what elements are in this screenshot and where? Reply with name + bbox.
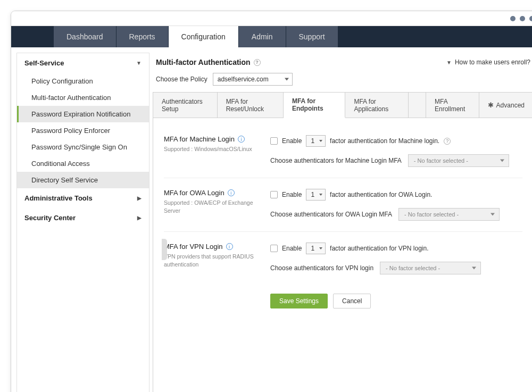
mfa-title-text: MFA for Machine Login	[164, 135, 235, 143]
enable-checkbox[interactable]	[270, 191, 278, 198]
factor-value: 1	[311, 191, 314, 198]
mfa-right: Enable 1 factor authentication for OWA L…	[270, 189, 522, 221]
sidebar-section-security-center[interactable]: Security Center ▶	[17, 208, 149, 228]
save-button[interactable]: Save Settings	[270, 294, 328, 308]
select-placeholder: - No factor selected -	[386, 265, 440, 271]
subtabs: Authenticators Setup MFA for Reset/Unloc…	[153, 92, 532, 118]
sidebar: Self-Service ▼ Policy Configuration Mult…	[16, 53, 149, 392]
info-icon[interactable]: i	[228, 189, 235, 196]
factor-value: 1	[311, 137, 314, 145]
choose-label: Choose authenticators for OWA Login MFA	[270, 211, 392, 218]
subtab-mfa-enrollment[interactable]: MFA Enrollment	[426, 93, 479, 118]
mfa-title: MFA for VPN Login i	[164, 243, 254, 251]
choose-label: Choose authenticators for VPN login	[270, 264, 373, 272]
tab-configuration[interactable]: Configuration	[169, 26, 239, 47]
subtab-spacer	[409, 93, 426, 118]
factor-count-select[interactable]: 1	[306, 135, 326, 147]
enable-checkbox[interactable]	[270, 137, 278, 145]
enable-checkbox[interactable]	[270, 245, 278, 252]
help-link-text: How to make users enroll?	[455, 59, 530, 66]
page-title: Multi-factor Authentication ?	[156, 58, 261, 66]
enable-row: Enable 1 factor authentication for OWA L…	[270, 189, 522, 201]
main: Multi-factor Authentication ? ▼ How to m…	[149, 53, 532, 392]
gear-icon: ✱	[488, 101, 494, 109]
chevron-right-icon: ▶	[137, 195, 142, 201]
mfa-subtitle: Supported : Windows/macOS/Linux	[164, 145, 254, 153]
mfa-subtitle: Supported : OWA/ECP of Exchange Server	[164, 199, 254, 214]
enable-label: Enable	[282, 245, 302, 252]
help-icon[interactable]: ?	[254, 59, 261, 66]
enable-suffix: factor authentication for OWA Login.	[330, 191, 432, 198]
choose-label: Choose authenticators for Machine Login …	[270, 157, 402, 164]
sidebar-item-password-expiration[interactable]: Password Expiration Notification	[17, 106, 149, 122]
sidebar-section-self-service[interactable]: Self-Service ▼	[17, 53, 149, 73]
authenticator-select[interactable]: - No factor selected -	[398, 208, 500, 221]
panel: MFA for Machine Login i Supported : Wind…	[153, 118, 532, 392]
sidebar-collapse-handle[interactable]	[162, 239, 167, 260]
enable-label: Enable	[282, 137, 302, 145]
info-icon[interactable]: i	[238, 136, 245, 143]
sidebar-item-policy-configuration[interactable]: Policy Configuration	[17, 73, 149, 89]
mfa-block-owa: MFA for OWA Login i Supported : OWA/ECP …	[164, 181, 522, 228]
subtab-mfa-applications[interactable]: MFA for Applications	[345, 93, 409, 118]
mfa-right: Enable 1 factor authentication for VPN l…	[270, 243, 522, 274]
factor-count-select[interactable]: 1	[306, 243, 326, 254]
browser-frame: Dashboard Reports Configuration Admin Su…	[11, 11, 532, 392]
policy-row: Choose the Policy adselfservice.com	[153, 71, 532, 92]
policy-select[interactable]: adselfservice.com	[213, 73, 293, 86]
button-row: Save Settings Cancel	[164, 282, 522, 313]
cancel-button[interactable]: Cancel	[333, 294, 371, 308]
mfa-right: Enable 1 factor authentication for Machi…	[270, 135, 522, 167]
authenticator-select[interactable]: - No factor selected -	[380, 262, 481, 274]
window-dot-2	[520, 16, 525, 21]
enable-suffix: factor authentication for Machine login.	[330, 137, 439, 145]
sidebar-item-directory-self-service[interactable]: Directory Self Service	[17, 172, 149, 188]
enable-suffix: factor authentication for VPN login.	[330, 245, 428, 252]
sidebar-section-label: Security Center	[24, 214, 76, 222]
subtab-mfa-endpoints[interactable]: MFA for Endpoints	[284, 93, 346, 118]
sidebar-section-label: Administrative Tools	[24, 194, 93, 202]
mfa-block-machine: MFA for Machine Login i Supported : Wind…	[164, 128, 522, 174]
topnav: Dashboard Reports Configuration Admin Su…	[11, 26, 532, 47]
help-link[interactable]: ▼ How to make users enroll?	[446, 59, 530, 66]
tab-support[interactable]: Support	[286, 26, 338, 47]
chevron-down-icon: ▼	[136, 60, 142, 66]
help-icon[interactable]: ?	[444, 138, 451, 145]
enable-row: Enable 1 factor authentication for VPN l…	[270, 243, 522, 254]
mfa-block-vpn: MFA for VPN Login i VPN providers that s…	[164, 235, 522, 282]
sidebar-item-mfa[interactable]: Multi-factor Authentication	[17, 89, 149, 106]
chevron-down-icon: ▼	[446, 60, 452, 65]
authenticator-select[interactable]: - No factor selected -	[408, 154, 509, 167]
sidebar-item-password-sync[interactable]: Password Sync/Single Sign On	[17, 139, 149, 155]
browser-chrome	[11, 11, 532, 26]
sidebar-section-admin-tools[interactable]: Administrative Tools ▶	[17, 188, 149, 208]
divider	[164, 231, 522, 232]
subtab-authenticators-setup[interactable]: Authenticators Setup	[153, 93, 218, 118]
mfa-left: MFA for VPN Login i VPN providers that s…	[164, 243, 254, 274]
info-icon[interactable]: i	[226, 243, 233, 250]
policy-label: Choose the Policy	[156, 76, 207, 83]
select-placeholder: - No factor selected -	[404, 211, 459, 218]
select-placeholder: - No factor selected -	[414, 157, 468, 164]
policy-value: adselfservice.com	[218, 76, 269, 83]
mfa-left: MFA for OWA Login i Supported : OWA/ECP …	[164, 189, 254, 221]
mfa-title-text: MFA for VPN Login	[164, 243, 223, 251]
subtab-advanced-label: Advanced	[496, 102, 525, 109]
choose-row: Choose authenticators for OWA Login MFA …	[270, 208, 522, 221]
enable-row: Enable 1 factor authentication for Machi…	[270, 135, 522, 147]
content-wrap: Self-Service ▼ Policy Configuration Mult…	[11, 47, 532, 392]
subtab-advanced[interactable]: ✱ Advanced	[479, 93, 532, 118]
app: Dashboard Reports Configuration Admin Su…	[11, 26, 532, 392]
choose-row: Choose authenticators for VPN login - No…	[270, 262, 522, 274]
tab-reports[interactable]: Reports	[117, 26, 169, 47]
window-dot-1	[510, 16, 516, 21]
mfa-title: MFA for OWA Login i	[164, 189, 254, 197]
tab-dashboard[interactable]: Dashboard	[54, 26, 117, 47]
factor-count-select[interactable]: 1	[306, 189, 326, 201]
choose-row: Choose authenticators for Machine Login …	[270, 154, 522, 167]
subtab-mfa-reset-unlock[interactable]: MFA for Reset/Unlock	[218, 93, 284, 118]
tab-admin[interactable]: Admin	[239, 26, 286, 47]
sidebar-item-password-policy-enforcer[interactable]: Password Policy Enforcer	[17, 122, 149, 139]
chevron-right-icon: ▶	[137, 215, 142, 221]
sidebar-item-conditional-access[interactable]: Conditional Access	[17, 155, 149, 172]
